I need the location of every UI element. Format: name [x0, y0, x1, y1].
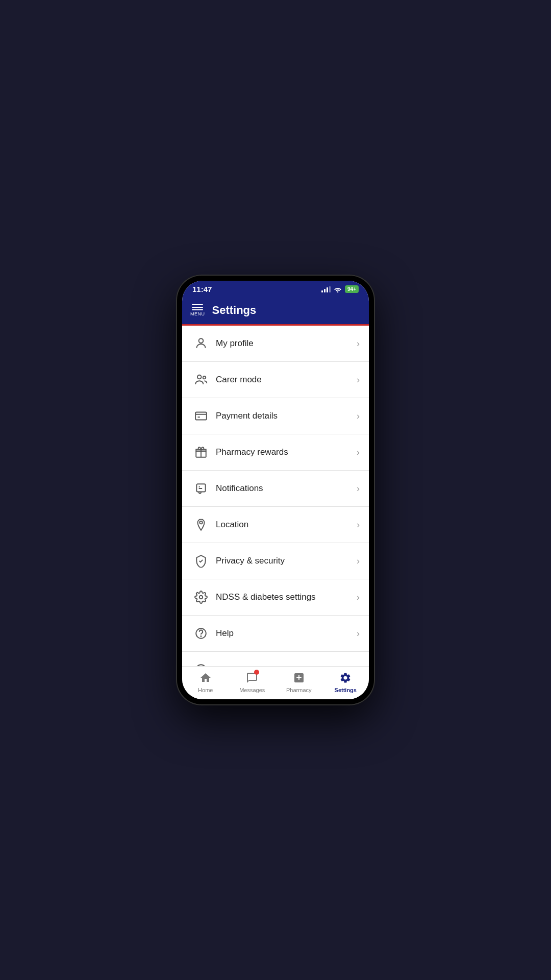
settings-item-about[interactable]: About ›: [182, 652, 369, 666]
svg-point-9: [201, 636, 201, 636]
settings-item-notifications[interactable]: Notifications ›: [182, 471, 369, 507]
bottom-navigation: Home Messages Pharmacy: [182, 666, 369, 699]
settings-nav-label: Settings: [335, 687, 357, 693]
nav-item-settings[interactable]: Settings: [322, 671, 369, 693]
help-label: Help: [216, 628, 357, 639]
phone-frame: 11:47 94+: [176, 275, 375, 705]
payment-details-label: Payment details: [216, 411, 357, 421]
settings-list: My profile › Carer mode ›: [182, 326, 369, 666]
shield-icon: [191, 551, 211, 571]
status-time: 11:47: [192, 285, 212, 293]
gift-icon: [191, 443, 211, 462]
nav-item-messages[interactable]: Messages: [229, 671, 276, 693]
settings-item-carer-mode[interactable]: Carer mode ›: [182, 362, 369, 398]
chevron-right-icon: ›: [357, 592, 360, 603]
chevron-right-icon: ›: [357, 556, 360, 567]
settings-nav-icon: [338, 671, 353, 685]
settings-item-location[interactable]: Location ›: [182, 507, 369, 543]
app-header: MENU Settings: [182, 298, 369, 326]
battery-indicator: 94+: [345, 285, 359, 293]
nav-item-pharmacy[interactable]: Pharmacy: [276, 671, 322, 693]
privacy-security-label: Privacy & security: [216, 556, 357, 566]
settings-item-ndss-diabetes[interactable]: NDSS & diabetes settings ›: [182, 579, 369, 616]
menu-button[interactable]: MENU: [190, 304, 205, 316]
location-icon: [191, 515, 211, 534]
svg-point-1: [197, 375, 202, 379]
messages-badge: [254, 670, 259, 675]
settings-item-payment-details[interactable]: Payment details ›: [182, 398, 369, 434]
settings-item-pharmacy-rewards[interactable]: Pharmacy rewards ›: [182, 434, 369, 471]
signal-bars-icon: [321, 286, 331, 292]
status-bar: 11:47 94+: [182, 281, 369, 298]
pharmacy-nav-label: Pharmacy: [286, 687, 312, 693]
help-icon: [191, 624, 211, 643]
page-title: Settings: [212, 304, 257, 317]
chevron-right-icon: ›: [357, 411, 360, 422]
chevron-right-icon: ›: [357, 447, 360, 458]
location-label: Location: [216, 520, 357, 530]
carer-mode-label: Carer mode: [216, 375, 357, 385]
home-nav-label: Home: [198, 687, 213, 693]
svg-point-0: [199, 338, 204, 343]
pharmacy-rewards-label: Pharmacy rewards: [216, 447, 357, 457]
ndss-diabetes-label: NDSS & diabetes settings: [216, 592, 357, 602]
svg-point-2: [203, 376, 206, 379]
chevron-right-icon: ›: [357, 338, 360, 349]
nav-item-home[interactable]: Home: [182, 671, 229, 693]
chevron-right-icon: ›: [357, 483, 360, 494]
svg-point-7: [199, 596, 203, 599]
gear-icon: [191, 587, 211, 607]
menu-label: MENU: [190, 311, 205, 316]
svg-rect-3: [195, 412, 207, 420]
svg-point-6: [199, 521, 202, 524]
hamburger-icon: [192, 304, 203, 310]
person-icon: [191, 334, 211, 353]
card-icon: [191, 406, 211, 426]
notification-icon: [191, 479, 211, 498]
people-icon: [191, 370, 211, 389]
phone-screen: 11:47 94+: [182, 281, 369, 699]
settings-item-my-profile[interactable]: My profile ›: [182, 326, 369, 362]
home-icon: [198, 671, 213, 685]
settings-item-help[interactable]: Help ›: [182, 616, 369, 652]
pharmacy-icon: [292, 671, 306, 685]
info-icon: [191, 660, 211, 666]
notifications-label: Notifications: [216, 483, 357, 494]
my-profile-label: My profile: [216, 338, 357, 349]
svg-rect-5: [196, 484, 205, 492]
wifi-icon: [334, 286, 342, 292]
messages-nav-label: Messages: [239, 687, 265, 693]
chevron-right-icon: ›: [357, 520, 360, 530]
chevron-right-icon: ›: [357, 628, 360, 639]
settings-item-privacy-security[interactable]: Privacy & security ›: [182, 543, 369, 579]
status-icons: 94+: [321, 285, 359, 293]
chevron-right-icon: ›: [357, 375, 360, 385]
